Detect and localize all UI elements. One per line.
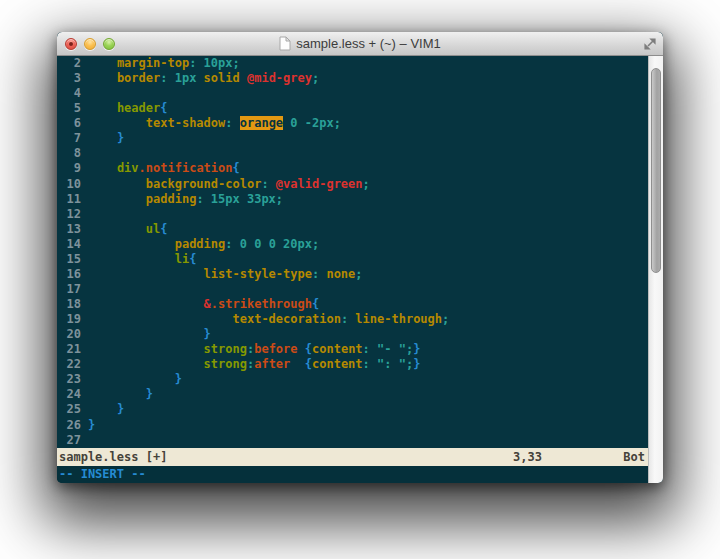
token-gold: border: [88, 71, 160, 85]
token-orange: after: [254, 357, 290, 371]
code-line: 13 ul{: [57, 222, 648, 237]
line-number: 23: [57, 372, 81, 387]
token-orange: .strikethrough: [211, 297, 312, 311]
code-line: 2 margin-top: 10px;: [57, 56, 648, 71]
code-text: ul{: [88, 222, 167, 237]
scrollbar-thumb[interactable]: [651, 68, 661, 273]
code-text: padding: 0 0 0 20px;: [88, 237, 319, 252]
code-line: 14 padding: 0 0 0 20px;: [57, 237, 648, 252]
code-text: li{: [88, 252, 196, 267]
token-red: @valid-green: [276, 177, 363, 191]
token-gold: padding: [88, 237, 225, 251]
token-green: li: [88, 252, 189, 266]
token-gold: padding: [88, 192, 196, 206]
code-line: 24 }: [57, 387, 648, 402]
zoom-button[interactable]: [103, 38, 115, 50]
mode-indicator: -- INSERT --: [59, 467, 146, 481]
token-blue: }: [88, 131, 124, 145]
token-teal: : 15px 33px;: [196, 192, 283, 206]
token-blue: {: [160, 101, 167, 115]
token-blue: {: [189, 252, 196, 266]
token-gold: solid: [204, 71, 240, 85]
code-text: text-shadow: orange 0 -2px;: [88, 116, 341, 131]
token-blue: }: [88, 372, 182, 386]
code-text: }: [88, 131, 124, 146]
code-text: strong:before {content: "- ";}: [88, 342, 420, 357]
line-number: 27: [57, 433, 81, 448]
token-gold: margin-top: [88, 56, 189, 70]
title-bar[interactable]: sample.less + (~) – VIM1: [57, 32, 663, 56]
token-teal: [298, 342, 305, 356]
code-text: padding: 15px 33px;: [88, 192, 283, 207]
line-number: 21: [57, 342, 81, 357]
statusline-filename: sample.less [+]: [59, 448, 167, 466]
line-number: 18: [57, 297, 81, 312]
code-text: }: [88, 387, 153, 402]
code-text: &.strikethrough{: [88, 297, 319, 312]
token-teal: :: [261, 177, 275, 191]
line-number: 17: [57, 282, 81, 297]
token-gold: content: [312, 342, 363, 356]
line-number: 3: [57, 71, 81, 86]
line-number: 11: [57, 192, 81, 207]
code-line: 17: [57, 282, 648, 297]
code-text: div.notification{: [88, 161, 240, 176]
token-green: div: [88, 161, 139, 175]
token-gold: content: [312, 357, 363, 371]
token-red: @mid-grey: [247, 71, 312, 85]
line-number: 10: [57, 177, 81, 192]
token-teal: ;: [363, 177, 370, 191]
code-text: }: [88, 418, 95, 433]
line-number: 7: [57, 131, 81, 146]
code-line: 25 }: [57, 402, 648, 417]
code-line: 22 strong:after {content: ": ";}: [57, 357, 648, 372]
token-teal: :: [225, 116, 239, 130]
code-text: text-decoration: line-through;: [88, 312, 449, 327]
scrollbar-track[interactable]: [648, 56, 663, 483]
token-gold: background-color: [88, 177, 261, 191]
code-text: strong:after {content: ": ";}: [88, 357, 420, 372]
traffic-lights: [65, 38, 115, 50]
line-number: 24: [57, 387, 81, 402]
token-orange: .notification: [139, 161, 233, 175]
token-red: &: [88, 297, 211, 311]
code-text: margin-top: 10px;: [88, 56, 240, 71]
code-line: 27: [57, 433, 648, 448]
token-teal: : ": ";: [363, 357, 414, 371]
line-number: 16: [57, 267, 81, 282]
fullscreen-icon[interactable]: [643, 37, 657, 51]
code-editor[interactable]: 2 margin-top: 10px;3 border: 1px solid @…: [57, 56, 648, 448]
token-teal: [290, 357, 304, 371]
statusline-ruler: 3,33: [513, 448, 542, 466]
token-teal: 0 -2px;: [283, 116, 341, 130]
close-button[interactable]: [65, 38, 77, 50]
token-blue: }: [88, 387, 153, 401]
code-line: 15 li{: [57, 252, 648, 267]
token-teal: : 0 0 0 20px;: [225, 237, 319, 251]
token-blue: }: [413, 342, 420, 356]
line-number: 12: [57, 207, 81, 222]
vim-command-line: -- INSERT --: [57, 466, 648, 483]
code-text: }: [88, 402, 124, 417]
line-number: 9: [57, 161, 81, 176]
code-line: 21 strong:before {content: "- ";}: [57, 342, 648, 357]
code-line: 18 &.strikethrough{: [57, 297, 648, 312]
token-teal: : "- ";: [363, 342, 414, 356]
token-teal: ;: [312, 71, 319, 85]
token-gold: line-through: [355, 312, 442, 326]
line-number: 5: [57, 101, 81, 116]
code-text: }: [88, 327, 211, 342]
code-line: 6 text-shadow: orange 0 -2px;: [57, 116, 648, 131]
code-text: background-color: @valid-green;: [88, 177, 370, 192]
token-blue: {: [305, 342, 312, 356]
code-text: list-style-type: none;: [88, 267, 363, 282]
vim-main: 2 margin-top: 10px;3 border: 1px solid @…: [57, 56, 648, 483]
document-icon: [279, 36, 291, 51]
token-teal: ;: [442, 312, 449, 326]
token-gold: none: [326, 267, 355, 281]
token-green: strong: [88, 342, 247, 356]
line-number: 22: [57, 357, 81, 372]
code-line: 8: [57, 146, 648, 161]
minimize-button[interactable]: [84, 38, 96, 50]
token-blue: }: [88, 327, 211, 341]
